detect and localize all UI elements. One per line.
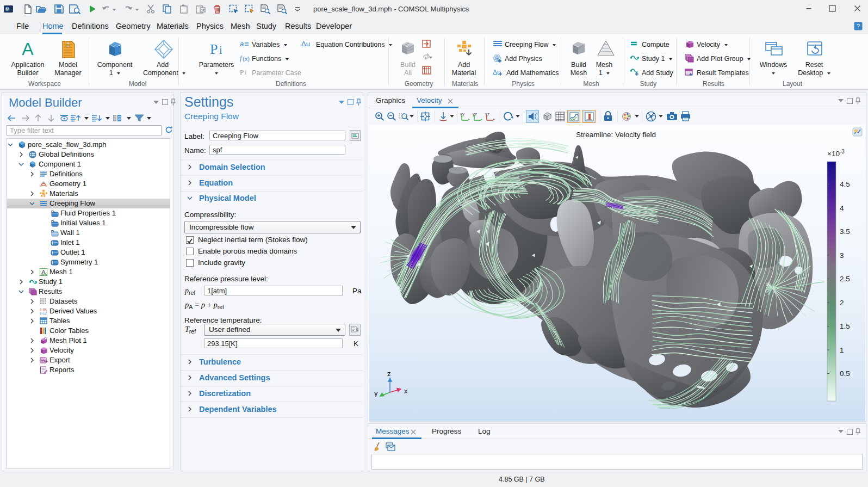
svg-text:Δu: Δu: [301, 40, 310, 48]
svg-text:4.5: 4.5: [840, 180, 850, 188]
svg-text:?: ?: [857, 23, 860, 29]
svg-text:2.5: 2.5: [840, 275, 850, 283]
svg-text:4: 4: [840, 204, 844, 212]
svg-text:Δu: Δu: [493, 69, 501, 76]
svg-text:a: a: [240, 40, 244, 48]
svg-text:A: A: [22, 40, 34, 58]
svg-text:i: i: [245, 70, 246, 76]
svg-text:1.5: 1.5: [840, 322, 850, 330]
svg-text:xy: xy: [460, 112, 464, 116]
svg-text:(x): (x): [243, 56, 250, 62]
svg-text:i: i: [219, 44, 222, 56]
svg-text:xz: xz: [485, 112, 489, 116]
svg-text:P: P: [210, 41, 218, 57]
svg-text:3.5: 3.5: [840, 227, 850, 236]
svg-text:1: 1: [840, 346, 844, 354]
svg-text:e-12: e-12: [40, 311, 47, 315]
svg-text:0.5: 0.5: [840, 369, 850, 378]
svg-text:yz: yz: [473, 112, 477, 116]
svg-text:P: P: [240, 68, 244, 76]
svg-text:3: 3: [840, 251, 844, 260]
svg-text:x: x: [404, 387, 408, 395]
svg-text:2: 2: [840, 299, 844, 307]
svg-text:y: y: [374, 389, 378, 397]
svg-text:z: z: [387, 369, 391, 378]
